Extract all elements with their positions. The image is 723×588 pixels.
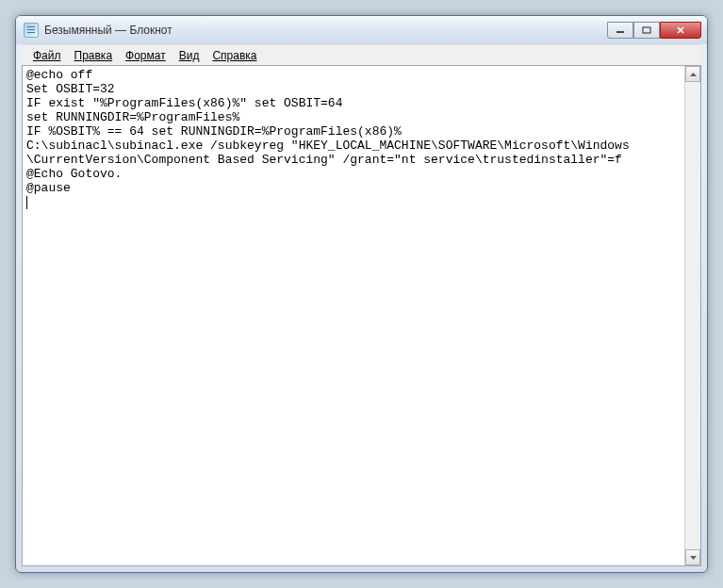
close-button[interactable]	[660, 22, 701, 39]
menu-view[interactable]: Вид	[173, 47, 205, 64]
scroll-down-button[interactable]	[685, 549, 700, 565]
svg-rect-0	[616, 31, 624, 33]
content-area: @echo off Set OSBIT=32 IF exist "%Progra…	[22, 65, 701, 566]
menu-format[interactable]: Формат	[120, 47, 172, 64]
menu-edit[interactable]: Правка	[69, 47, 119, 64]
text-line: \CurrentVersion\Component Based Servicin…	[26, 153, 622, 167]
vertical-scrollbar[interactable]	[684, 66, 700, 565]
text-line: C:\subinacl\subinacl.exe /subkeyreg "HKE…	[26, 139, 630, 153]
notepad-window: Безымянный — Блокнот Файл Правка Формат …	[15, 15, 708, 573]
svg-rect-1	[643, 27, 650, 33]
text-cursor	[26, 196, 27, 209]
menu-file[interactable]: Файл	[27, 47, 67, 64]
text-line: IF exist "%ProgramFiles(x86)%" set OSBIT…	[26, 96, 342, 110]
text-line: Set OSBIT=32	[26, 82, 115, 96]
notepad-icon	[24, 23, 39, 38]
minimize-button[interactable]	[607, 22, 633, 39]
scroll-up-button[interactable]	[685, 66, 700, 82]
scroll-track[interactable]	[685, 82, 700, 549]
text-editor[interactable]: @echo off Set OSBIT=32 IF exist "%Progra…	[23, 66, 684, 565]
text-line: @Echo Gotovo.	[26, 167, 122, 181]
maximize-button[interactable]	[633, 22, 660, 39]
window-title: Безымянный — Блокнот	[44, 24, 607, 37]
text-line: @pause	[26, 181, 71, 195]
menu-help[interactable]: Справка	[206, 47, 262, 64]
text-line: @echo off	[26, 68, 92, 82]
menubar: Файл Правка Формат Вид Справка	[22, 44, 701, 65]
text-line: IF %OSBIT% == 64 set RUNNINGDIR=%Program…	[26, 124, 402, 139]
window-controls	[607, 22, 701, 39]
titlebar[interactable]: Безымянный — Блокнот	[16, 16, 707, 44]
text-line: set RUNNINGDIR=%ProgramFiles%	[26, 110, 239, 124]
